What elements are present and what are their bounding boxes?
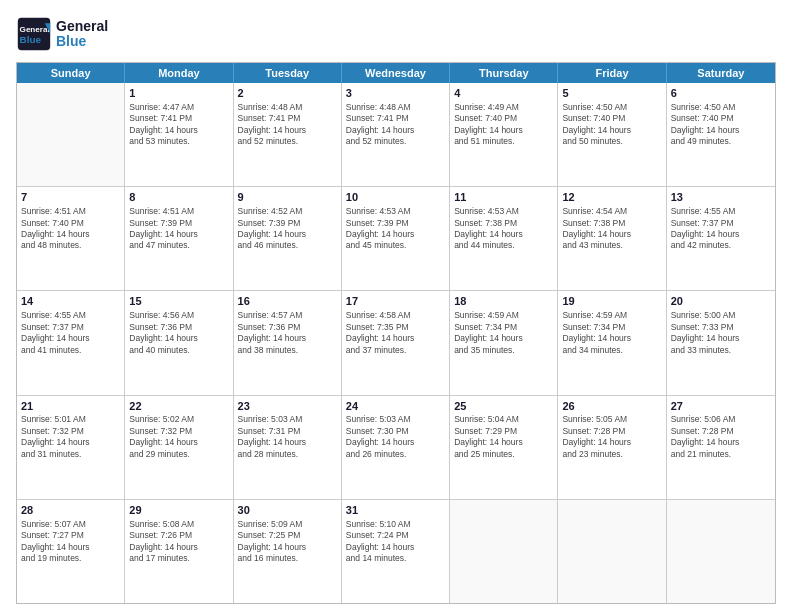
calendar-day-cell: 2Sunrise: 4:48 AMSunset: 7:41 PMDaylight… bbox=[234, 83, 342, 186]
day-info: Sunrise: 4:59 AMSunset: 7:34 PMDaylight:… bbox=[562, 310, 661, 356]
day-number: 7 bbox=[21, 190, 120, 205]
calendar-day-cell: 6Sunrise: 4:50 AMSunset: 7:40 PMDaylight… bbox=[667, 83, 775, 186]
day-number: 6 bbox=[671, 86, 771, 101]
day-number: 21 bbox=[21, 399, 120, 414]
calendar-day-cell: 19Sunrise: 4:59 AMSunset: 7:34 PMDayligh… bbox=[558, 291, 666, 394]
day-number: 31 bbox=[346, 503, 445, 518]
day-info: Sunrise: 4:51 AMSunset: 7:40 PMDaylight:… bbox=[21, 206, 120, 252]
day-info: Sunrise: 4:54 AMSunset: 7:38 PMDaylight:… bbox=[562, 206, 661, 252]
day-info: Sunrise: 4:52 AMSunset: 7:39 PMDaylight:… bbox=[238, 206, 337, 252]
day-number: 4 bbox=[454, 86, 553, 101]
day-info: Sunrise: 5:00 AMSunset: 7:33 PMDaylight:… bbox=[671, 310, 771, 356]
day-info: Sunrise: 4:49 AMSunset: 7:40 PMDaylight:… bbox=[454, 102, 553, 148]
day-info: Sunrise: 5:07 AMSunset: 7:27 PMDaylight:… bbox=[21, 519, 120, 565]
day-info: Sunrise: 5:06 AMSunset: 7:28 PMDaylight:… bbox=[671, 414, 771, 460]
day-info: Sunrise: 5:08 AMSunset: 7:26 PMDaylight:… bbox=[129, 519, 228, 565]
calendar-body: 1Sunrise: 4:47 AMSunset: 7:41 PMDaylight… bbox=[17, 83, 775, 603]
day-number: 23 bbox=[238, 399, 337, 414]
calendar-day-cell: 28Sunrise: 5:07 AMSunset: 7:27 PMDayligh… bbox=[17, 500, 125, 603]
calendar-day-cell: 13Sunrise: 4:55 AMSunset: 7:37 PMDayligh… bbox=[667, 187, 775, 290]
calendar-day-cell: 10Sunrise: 4:53 AMSunset: 7:39 PMDayligh… bbox=[342, 187, 450, 290]
day-info: Sunrise: 5:05 AMSunset: 7:28 PMDaylight:… bbox=[562, 414, 661, 460]
header: General Blue General Blue bbox=[16, 16, 776, 52]
calendar-day-cell: 27Sunrise: 5:06 AMSunset: 7:28 PMDayligh… bbox=[667, 396, 775, 499]
day-number: 3 bbox=[346, 86, 445, 101]
weekday-header: Sunday bbox=[17, 63, 125, 83]
day-info: Sunrise: 4:56 AMSunset: 7:36 PMDaylight:… bbox=[129, 310, 228, 356]
logo-icon: General Blue bbox=[16, 16, 52, 52]
day-number: 24 bbox=[346, 399, 445, 414]
weekday-header: Monday bbox=[125, 63, 233, 83]
calendar-row: 21Sunrise: 5:01 AMSunset: 7:32 PMDayligh… bbox=[17, 396, 775, 500]
weekday-header: Tuesday bbox=[234, 63, 342, 83]
calendar-row: 1Sunrise: 4:47 AMSunset: 7:41 PMDaylight… bbox=[17, 83, 775, 187]
calendar-empty-cell bbox=[558, 500, 666, 603]
day-number: 28 bbox=[21, 503, 120, 518]
calendar-day-cell: 16Sunrise: 4:57 AMSunset: 7:36 PMDayligh… bbox=[234, 291, 342, 394]
day-number: 27 bbox=[671, 399, 771, 414]
day-info: Sunrise: 4:47 AMSunset: 7:41 PMDaylight:… bbox=[129, 102, 228, 148]
day-number: 30 bbox=[238, 503, 337, 518]
day-info: Sunrise: 4:53 AMSunset: 7:39 PMDaylight:… bbox=[346, 206, 445, 252]
calendar-day-cell: 15Sunrise: 4:56 AMSunset: 7:36 PMDayligh… bbox=[125, 291, 233, 394]
calendar-day-cell: 14Sunrise: 4:55 AMSunset: 7:37 PMDayligh… bbox=[17, 291, 125, 394]
svg-text:Blue: Blue bbox=[20, 34, 42, 45]
day-number: 29 bbox=[129, 503, 228, 518]
calendar-day-cell: 9Sunrise: 4:52 AMSunset: 7:39 PMDaylight… bbox=[234, 187, 342, 290]
day-info: Sunrise: 4:48 AMSunset: 7:41 PMDaylight:… bbox=[346, 102, 445, 148]
day-info: Sunrise: 4:55 AMSunset: 7:37 PMDaylight:… bbox=[21, 310, 120, 356]
day-number: 1 bbox=[129, 86, 228, 101]
day-number: 15 bbox=[129, 294, 228, 309]
calendar-day-cell: 8Sunrise: 4:51 AMSunset: 7:39 PMDaylight… bbox=[125, 187, 233, 290]
calendar-day-cell: 3Sunrise: 4:48 AMSunset: 7:41 PMDaylight… bbox=[342, 83, 450, 186]
day-info: Sunrise: 4:50 AMSunset: 7:40 PMDaylight:… bbox=[562, 102, 661, 148]
day-info: Sunrise: 5:10 AMSunset: 7:24 PMDaylight:… bbox=[346, 519, 445, 565]
day-number: 5 bbox=[562, 86, 661, 101]
calendar-row: 28Sunrise: 5:07 AMSunset: 7:27 PMDayligh… bbox=[17, 500, 775, 603]
weekday-header: Wednesday bbox=[342, 63, 450, 83]
calendar-day-cell: 24Sunrise: 5:03 AMSunset: 7:30 PMDayligh… bbox=[342, 396, 450, 499]
day-info: Sunrise: 4:51 AMSunset: 7:39 PMDaylight:… bbox=[129, 206, 228, 252]
day-info: Sunrise: 4:48 AMSunset: 7:41 PMDaylight:… bbox=[238, 102, 337, 148]
logo: General Blue General Blue bbox=[16, 16, 108, 52]
weekday-header: Saturday bbox=[667, 63, 775, 83]
day-number: 13 bbox=[671, 190, 771, 205]
day-info: Sunrise: 4:55 AMSunset: 7:37 PMDaylight:… bbox=[671, 206, 771, 252]
calendar-row: 7Sunrise: 4:51 AMSunset: 7:40 PMDaylight… bbox=[17, 187, 775, 291]
day-number: 20 bbox=[671, 294, 771, 309]
calendar-day-cell: 26Sunrise: 5:05 AMSunset: 7:28 PMDayligh… bbox=[558, 396, 666, 499]
day-number: 26 bbox=[562, 399, 661, 414]
page: General Blue General Blue SundayMondayTu… bbox=[0, 0, 792, 612]
day-info: Sunrise: 4:59 AMSunset: 7:34 PMDaylight:… bbox=[454, 310, 553, 356]
day-number: 10 bbox=[346, 190, 445, 205]
day-number: 19 bbox=[562, 294, 661, 309]
calendar-day-cell: 22Sunrise: 5:02 AMSunset: 7:32 PMDayligh… bbox=[125, 396, 233, 499]
day-info: Sunrise: 5:03 AMSunset: 7:31 PMDaylight:… bbox=[238, 414, 337, 460]
day-number: 22 bbox=[129, 399, 228, 414]
day-info: Sunrise: 4:57 AMSunset: 7:36 PMDaylight:… bbox=[238, 310, 337, 356]
day-number: 25 bbox=[454, 399, 553, 414]
calendar-day-cell: 29Sunrise: 5:08 AMSunset: 7:26 PMDayligh… bbox=[125, 500, 233, 603]
calendar: SundayMondayTuesdayWednesdayThursdayFrid… bbox=[16, 62, 776, 604]
weekday-header: Friday bbox=[558, 63, 666, 83]
calendar-empty-cell bbox=[17, 83, 125, 186]
day-number: 8 bbox=[129, 190, 228, 205]
day-info: Sunrise: 5:04 AMSunset: 7:29 PMDaylight:… bbox=[454, 414, 553, 460]
calendar-day-cell: 7Sunrise: 4:51 AMSunset: 7:40 PMDaylight… bbox=[17, 187, 125, 290]
day-info: Sunrise: 4:58 AMSunset: 7:35 PMDaylight:… bbox=[346, 310, 445, 356]
day-info: Sunrise: 5:09 AMSunset: 7:25 PMDaylight:… bbox=[238, 519, 337, 565]
calendar-day-cell: 1Sunrise: 4:47 AMSunset: 7:41 PMDaylight… bbox=[125, 83, 233, 186]
day-info: Sunrise: 5:02 AMSunset: 7:32 PMDaylight:… bbox=[129, 414, 228, 460]
calendar-row: 14Sunrise: 4:55 AMSunset: 7:37 PMDayligh… bbox=[17, 291, 775, 395]
day-info: Sunrise: 4:50 AMSunset: 7:40 PMDaylight:… bbox=[671, 102, 771, 148]
day-number: 18 bbox=[454, 294, 553, 309]
calendar-day-cell: 11Sunrise: 4:53 AMSunset: 7:38 PMDayligh… bbox=[450, 187, 558, 290]
day-info: Sunrise: 4:53 AMSunset: 7:38 PMDaylight:… bbox=[454, 206, 553, 252]
calendar-header: SundayMondayTuesdayWednesdayThursdayFrid… bbox=[17, 63, 775, 83]
calendar-day-cell: 5Sunrise: 4:50 AMSunset: 7:40 PMDaylight… bbox=[558, 83, 666, 186]
day-number: 14 bbox=[21, 294, 120, 309]
calendar-day-cell: 23Sunrise: 5:03 AMSunset: 7:31 PMDayligh… bbox=[234, 396, 342, 499]
calendar-day-cell: 25Sunrise: 5:04 AMSunset: 7:29 PMDayligh… bbox=[450, 396, 558, 499]
calendar-day-cell: 30Sunrise: 5:09 AMSunset: 7:25 PMDayligh… bbox=[234, 500, 342, 603]
calendar-empty-cell bbox=[667, 500, 775, 603]
